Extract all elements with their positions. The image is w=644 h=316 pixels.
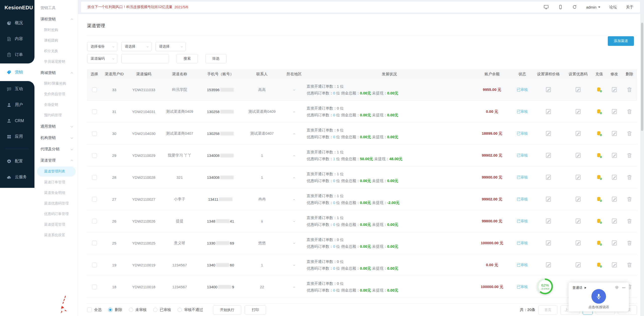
set-coupon-icon[interactable] — [575, 240, 581, 246]
set-course-price-icon[interactable] — [545, 218, 552, 224]
set-course-price-icon[interactable] — [545, 108, 552, 115]
district-select[interactable]: 请选择 — [155, 42, 186, 51]
rail-item-crm[interactable]: CRM — [0, 113, 34, 129]
radio-button[interactable] — [129, 308, 133, 312]
sidebar-item[interactable]: 预约码管理 — [34, 110, 78, 121]
radio-button[interactable] — [108, 308, 112, 312]
sidebar-section-header[interactable]: 渠道管理 — [34, 155, 78, 166]
sidebar-item[interactable]: 限时/限量抢购 — [34, 78, 78, 89]
sidebar-item[interactable]: 渠道管理列表 — [37, 166, 76, 177]
set-course-price-icon[interactable] — [545, 152, 552, 159]
scrollbar-thumb[interactable] — [641, 23, 643, 131]
recharge-icon[interactable] — [596, 86, 602, 93]
minimize-icon[interactable] — [622, 288, 625, 288]
rail-item-user[interactable]: 用户 — [0, 97, 34, 113]
sidebar-item[interactable]: 渠道系统设置 — [34, 230, 78, 240]
set-coupon-icon[interactable] — [575, 218, 581, 224]
sidebar-item[interactable]: 优惠码订单管理 — [34, 209, 78, 219]
sidebar-section-header[interactable]: 通用营销 — [34, 121, 78, 132]
row-checkbox[interactable] — [92, 175, 97, 180]
delete-icon[interactable] — [626, 108, 633, 115]
monitor-icon[interactable] — [543, 4, 549, 10]
sidebar-item[interactable]: 渠道订单管理 — [34, 177, 78, 188]
delete-icon[interactable] — [626, 152, 633, 159]
rail-item-chat[interactable]: 互动 — [0, 81, 34, 97]
set-course-price-icon[interactable] — [545, 240, 552, 246]
about-link[interactable]: 关于 — [626, 5, 633, 10]
keyword-input[interactable] — [121, 54, 169, 63]
radio-button[interactable] — [153, 308, 157, 312]
recharge-icon[interactable] — [596, 240, 602, 246]
sidebar-item[interactable]: 全场促销 — [34, 99, 78, 110]
sidebar-item[interactable]: 渠道资金明细 — [34, 188, 78, 198]
recharge-icon[interactable] — [596, 174, 602, 181]
sidebar-item[interactable]: 竞价商品管理 — [34, 89, 78, 99]
set-coupon-icon[interactable] — [575, 130, 581, 137]
set-course-price-icon[interactable] — [545, 174, 552, 181]
set-coupon-icon[interactable] — [575, 262, 581, 268]
row-checkbox[interactable] — [92, 153, 97, 158]
rail-item-gear[interactable]: 配置 — [0, 153, 34, 169]
delete-icon[interactable] — [626, 196, 633, 202]
edit-icon[interactable] — [611, 130, 618, 137]
recharge-icon[interactable] — [596, 108, 602, 115]
row-checkbox[interactable] — [92, 131, 97, 136]
sidebar-item[interactable]: 限时抢购 — [34, 25, 78, 35]
edit-icon[interactable] — [611, 108, 618, 115]
set-course-price-icon[interactable] — [545, 130, 552, 137]
rail-item-order[interactable]: 订单 — [0, 47, 34, 63]
radio-button[interactable] — [178, 308, 182, 312]
city-select[interactable]: 请选择 — [121, 42, 151, 51]
set-coupon-icon[interactable] — [575, 108, 581, 115]
select-all-checkbox[interactable] — [87, 307, 92, 312]
delete-icon[interactable] — [626, 174, 633, 181]
delete-icon[interactable] — [626, 218, 633, 224]
row-checkbox[interactable] — [92, 87, 97, 92]
play-icon[interactable] — [585, 287, 586, 289]
download-progress-widget[interactable]: 62% ↓0.07K/s — [537, 278, 553, 294]
sidebar-item[interactable]: 学员返现营销 — [34, 56, 78, 67]
filter-button[interactable]: 筛选 — [205, 54, 226, 63]
set-course-price-icon[interactable] — [545, 262, 552, 268]
edit-icon[interactable] — [611, 86, 618, 93]
edit-icon[interactable] — [611, 174, 618, 181]
delete-icon[interactable] — [626, 130, 633, 137]
edit-icon[interactable] — [611, 196, 618, 202]
rail-item-pie[interactable]: 概况 — [0, 15, 34, 31]
sidebar-item[interactable]: 课程团购 — [34, 35, 78, 46]
sidebar-section-header[interactable]: 代理及分销 — [34, 143, 78, 155]
row-checkbox[interactable] — [92, 219, 97, 224]
sidebar-item[interactable]: 渠道提现管理 — [34, 219, 78, 230]
refresh-icon[interactable] — [572, 5, 577, 10]
sidebar-item[interactable]: 积分兑换 — [34, 46, 78, 56]
sidebar-section-header[interactable]: 机构营销 — [34, 132, 78, 143]
recharge-icon[interactable] — [596, 152, 602, 159]
set-coupon-icon[interactable] — [575, 86, 581, 93]
phone-icon[interactable] — [558, 5, 563, 10]
pagination-button[interactable]: 首页 — [538, 305, 557, 314]
set-coupon-icon[interactable] — [575, 196, 581, 202]
edit-icon[interactable] — [611, 262, 618, 268]
recharge-icon[interactable] — [596, 218, 602, 224]
row-checkbox[interactable] — [92, 241, 97, 245]
settings-gear-icon[interactable] — [615, 285, 619, 290]
footer-radio-option[interactable]: 已审核 — [153, 307, 171, 312]
edit-icon[interactable] — [611, 218, 618, 224]
admin-dropdown[interactable]: admin — [586, 5, 600, 9]
recharge-icon[interactable] — [596, 196, 602, 202]
delete-icon[interactable] — [626, 262, 633, 268]
row-checkbox[interactable] — [92, 263, 97, 267]
set-course-price-icon[interactable] — [545, 86, 552, 93]
rail-item-marketing[interactable]: 营销 — [0, 63, 34, 81]
search-button[interactable]: 搜索 — [177, 54, 198, 63]
set-course-price-icon[interactable] — [545, 196, 552, 202]
search-field-select[interactable]: 渠道编码 — [87, 54, 117, 63]
execute-button[interactable]: 开始执行 — [213, 305, 241, 314]
delete-icon[interactable] — [626, 86, 633, 93]
sidebar-item[interactable]: 渠道优惠码管理 — [34, 198, 78, 209]
set-coupon-icon[interactable] — [575, 174, 581, 181]
footer-radio-option[interactable]: 未审核 — [129, 307, 147, 312]
edit-icon[interactable] — [611, 240, 618, 246]
rail-item-doc[interactable]: 内容 — [0, 31, 34, 47]
footer-radio-option[interactable]: 删除 — [108, 307, 122, 312]
